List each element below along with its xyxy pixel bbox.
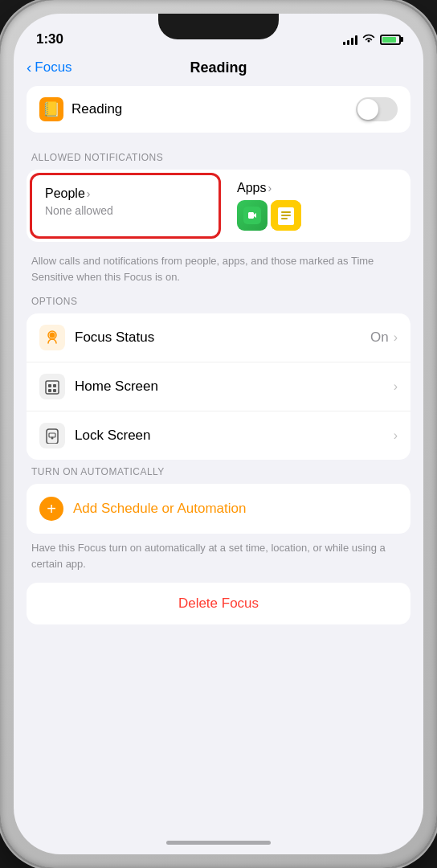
allowed-notifications-header: ALLOWED NOTIFICATIONS (27, 152, 410, 163)
focus-status-value: On (370, 330, 389, 346)
svg-rect-5 (281, 218, 288, 219)
automation-header: TURN ON AUTOMATICALLY (27, 466, 410, 477)
focus-status-icon (39, 325, 65, 350)
people-label: People (45, 186, 85, 201)
apps-cell[interactable]: Apps › (224, 170, 410, 242)
svg-rect-8 (46, 381, 59, 394)
apps-chevron-icon: › (268, 182, 272, 194)
svg-rect-10 (53, 384, 56, 387)
options-header: OPTIONS (27, 296, 410, 307)
status-time: 1:30 (36, 31, 63, 47)
add-icon: + (39, 497, 63, 521)
notes-app-icon (271, 200, 301, 231)
apps-label: Apps (237, 181, 266, 195)
wifi-icon (362, 34, 375, 46)
lock-screen-label: Lock Screen (75, 428, 394, 444)
phone-screen: 1:30 (14, 14, 423, 854)
people-cell[interactable]: People › None allowed (30, 173, 221, 239)
home-screen-label: Home Screen (75, 379, 394, 395)
battery-icon (380, 35, 401, 45)
back-button[interactable]: ‹ Focus (27, 59, 72, 76)
svg-rect-4 (281, 215, 291, 216)
automation-helper-text: Have this Focus turn on automatically at… (27, 540, 410, 583)
people-chevron-icon: › (87, 187, 91, 200)
allowed-notif-helper: Allow calls and notifications from peopl… (27, 248, 410, 296)
focus-status-chevron-icon: › (394, 330, 398, 345)
allowed-notifications-card: People › None allowed Apps › (27, 170, 410, 242)
reading-icon: 📒 (39, 97, 63, 121)
status-icons (343, 34, 401, 46)
notch (158, 14, 279, 39)
back-label: Focus (35, 59, 71, 76)
reading-name-label: Reading (71, 101, 122, 117)
facetime-app-icon (237, 200, 268, 231)
apps-title-row: Apps › (237, 181, 398, 195)
notif-row: People › None allowed Apps › (27, 170, 410, 242)
reading-label-row: 📒 Reading (39, 97, 122, 121)
svg-rect-12 (53, 389, 56, 392)
svg-point-6 (50, 333, 55, 338)
reading-toggle-card: 📒 Reading (27, 86, 410, 133)
apps-icons-row (237, 200, 398, 231)
back-chevron-icon: ‹ (27, 59, 31, 76)
battery-fill (382, 37, 396, 43)
delete-focus-label: Delete Focus (178, 596, 259, 611)
home-screen-row[interactable]: Home Screen › (27, 362, 410, 411)
add-automation-label: Add Schedule or Automation (73, 501, 246, 517)
toggle-knob (357, 99, 378, 120)
nav-bar: ‹ Focus Reading (14, 55, 423, 86)
people-title-row: People › (45, 186, 206, 201)
content-area: 📒 Reading ALLOWED NOTIFICATIONS People (14, 86, 423, 843)
svg-rect-9 (48, 384, 51, 387)
delete-focus-card: Delete Focus (27, 583, 410, 624)
add-automation-card: + Add Schedule or Automation (27, 484, 410, 534)
add-automation-row[interactable]: + Add Schedule or Automation (27, 484, 410, 534)
options-card: Focus Status On › H (27, 313, 410, 460)
lock-screen-row[interactable]: Lock Screen › (27, 411, 410, 460)
svg-rect-14 (49, 433, 55, 437)
svg-point-15 (51, 437, 54, 440)
home-indicator (166, 841, 271, 845)
svg-rect-3 (281, 211, 291, 213)
delete-focus-row[interactable]: Delete Focus (27, 583, 410, 624)
people-subtitle: None allowed (45, 204, 206, 217)
lock-screen-chevron-icon: › (394, 428, 398, 443)
page-title: Reading (190, 59, 247, 76)
focus-status-row[interactable]: Focus Status On › (27, 313, 410, 362)
signal-icon (343, 34, 357, 45)
reading-toggle-switch[interactable] (356, 97, 398, 121)
phone-frame: 1:30 (0, 0, 437, 868)
svg-rect-11 (48, 389, 51, 392)
home-screen-icon (39, 374, 65, 399)
svg-rect-13 (47, 429, 58, 444)
home-screen-chevron-icon: › (394, 379, 398, 394)
lock-screen-icon (39, 423, 65, 448)
focus-status-label: Focus Status (75, 330, 370, 346)
